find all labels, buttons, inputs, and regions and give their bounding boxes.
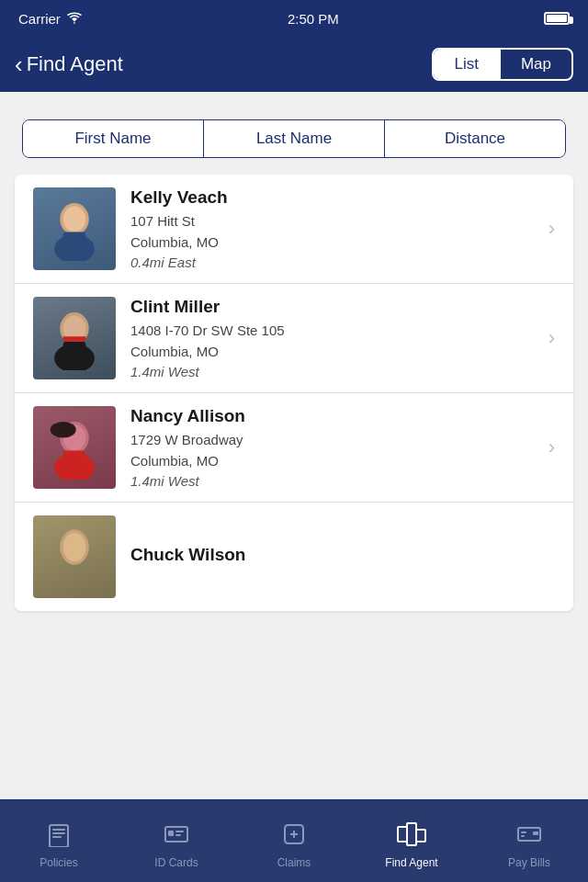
content-area: First Name Last Name Distance Kelly Veac… bbox=[0, 92, 588, 622]
svg-rect-13 bbox=[63, 451, 86, 468]
tab-id-cards-label: ID Cards bbox=[154, 856, 198, 869]
nav-title: Find Agent bbox=[27, 52, 123, 76]
agent-address2-kelly: Columbia, MO bbox=[130, 232, 534, 254]
map-view-button[interactable]: Map bbox=[501, 50, 571, 79]
sort-first-name-button[interactable]: First Name bbox=[23, 120, 203, 157]
agent-face-icon-kelly bbox=[42, 197, 107, 261]
agent-face-icon-clint bbox=[42, 306, 107, 370]
svg-rect-30 bbox=[533, 831, 538, 835]
svg-rect-25 bbox=[407, 823, 416, 845]
agent-name-nancy: Nancy Allison bbox=[130, 406, 534, 426]
agent-item-clint-miller[interactable]: Clint Miller 1408 I-70 Dr SW Ste 105 Col… bbox=[15, 284, 573, 393]
svg-rect-29 bbox=[521, 835, 525, 837]
agent-address1-nancy: 1729 W Broadway bbox=[130, 430, 534, 451]
agent-distance-nancy: 1.4mi West bbox=[130, 473, 534, 489]
battery-icon bbox=[544, 12, 570, 25]
svg-rect-22 bbox=[175, 831, 184, 832]
agent-photo-kelly bbox=[33, 187, 116, 270]
agent-photo-nancy bbox=[33, 406, 116, 489]
chevron-right-icon-kelly: › bbox=[548, 217, 555, 241]
claims-icon bbox=[281, 821, 307, 851]
list-view-button[interactable]: List bbox=[434, 50, 498, 79]
status-bar: Carrier 2:50 PM bbox=[0, 0, 588, 37]
agent-list: Kelly Veach 107 Hitt St Columbia, MO 0.4… bbox=[15, 175, 573, 611]
svg-point-11 bbox=[51, 422, 76, 438]
agent-photo-chuck bbox=[33, 515, 116, 598]
tab-find-agent[interactable]: Find Agent bbox=[353, 800, 470, 882]
tab-policies[interactable]: Policies bbox=[0, 800, 118, 882]
back-arrow-icon: ‹ bbox=[15, 52, 23, 76]
svg-rect-8 bbox=[63, 336, 86, 341]
tab-claims-label: Claims bbox=[277, 856, 311, 869]
agent-distance-clint: 1.4mi West bbox=[130, 364, 534, 379]
tab-find-agent-label: Find Agent bbox=[385, 856, 437, 869]
tab-claims[interactable]: Claims bbox=[235, 800, 353, 882]
svg-rect-18 bbox=[52, 832, 65, 834]
pay-bills-icon bbox=[516, 821, 542, 851]
tab-pay-bills-label: Pay Bills bbox=[508, 856, 550, 869]
agent-address1-kelly: 107 Hitt St bbox=[130, 211, 534, 232]
back-button[interactable]: ‹ Find Agent bbox=[15, 52, 417, 76]
agent-info-chuck: Chuck Wilson bbox=[116, 545, 555, 569]
agent-face-icon-chuck bbox=[42, 525, 107, 589]
chevron-right-icon-clint: › bbox=[548, 326, 555, 350]
agent-info-kelly: Kelly Veach 107 Hitt St Columbia, MO 0.4… bbox=[116, 187, 548, 270]
svg-rect-17 bbox=[52, 829, 65, 831]
svg-rect-7 bbox=[63, 342, 86, 358]
nav-bar: ‹ Find Agent List Map bbox=[0, 37, 588, 92]
id-cards-icon bbox=[164, 821, 189, 851]
time-display: 2:50 PM bbox=[288, 11, 339, 27]
agent-name-clint: Clint Miller bbox=[130, 297, 534, 317]
wifi-icon bbox=[66, 12, 83, 25]
carrier-label: Carrier bbox=[18, 11, 61, 27]
sort-bar: First Name Last Name Distance bbox=[0, 103, 588, 175]
svg-rect-21 bbox=[168, 831, 174, 836]
view-segment-control: List Map bbox=[432, 48, 573, 81]
agent-address1-clint: 1408 I-70 Dr SW Ste 105 bbox=[130, 321, 534, 342]
sort-button-group: First Name Last Name Distance bbox=[22, 119, 566, 158]
svg-rect-24 bbox=[398, 827, 407, 842]
svg-rect-23 bbox=[175, 834, 181, 836]
chevron-right-icon-nancy: › bbox=[548, 435, 555, 459]
agent-info-clint: Clint Miller 1408 I-70 Dr SW Ste 105 Col… bbox=[116, 297, 548, 379]
sort-distance-button[interactable]: Distance bbox=[384, 120, 565, 157]
agent-face-icon-nancy bbox=[42, 415, 107, 480]
agent-item-chuck-wilson[interactable]: Chuck Wilson bbox=[15, 503, 573, 611]
carrier-wifi: Carrier bbox=[18, 11, 83, 27]
svg-rect-3 bbox=[63, 232, 86, 249]
agent-name-chuck: Chuck Wilson bbox=[130, 545, 540, 565]
svg-rect-19 bbox=[52, 836, 62, 838]
policies-icon bbox=[46, 821, 72, 851]
agent-item-kelly-veach[interactable]: Kelly Veach 107 Hitt St Columbia, MO 0.4… bbox=[15, 175, 573, 284]
tab-id-cards[interactable]: ID Cards bbox=[118, 800, 235, 882]
agent-address2-nancy: Columbia, MO bbox=[130, 451, 534, 472]
svg-point-1 bbox=[63, 207, 86, 232]
tab-bar: Policies ID Cards Claims bbox=[0, 799, 588, 882]
agent-distance-kelly: 0.4mi East bbox=[130, 254, 534, 270]
svg-point-15 bbox=[63, 533, 86, 562]
tab-pay-bills[interactable]: Pay Bills bbox=[470, 800, 588, 882]
agent-photo-clint bbox=[33, 297, 116, 379]
svg-rect-28 bbox=[521, 831, 526, 833]
find-agent-icon bbox=[397, 821, 426, 851]
agent-item-nancy-allison[interactable]: Nancy Allison 1729 W Broadway Columbia, … bbox=[15, 393, 573, 503]
sort-last-name-button[interactable]: Last Name bbox=[203, 120, 384, 157]
agent-address2-clint: Columbia, MO bbox=[130, 342, 534, 363]
agent-info-nancy: Nancy Allison 1729 W Broadway Columbia, … bbox=[116, 406, 548, 489]
svg-rect-26 bbox=[416, 830, 425, 842]
tab-policies-label: Policies bbox=[40, 856, 77, 869]
agent-name-kelly: Kelly Veach bbox=[130, 187, 534, 208]
